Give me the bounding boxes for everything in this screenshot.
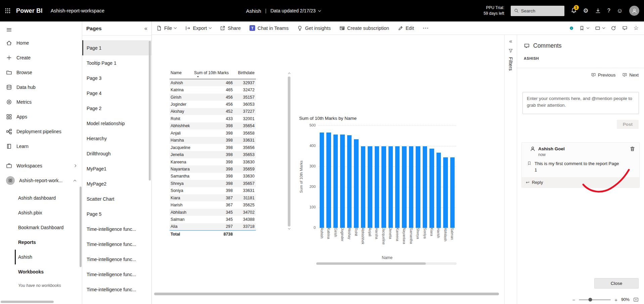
expand-filters-icon[interactable]: «	[509, 38, 512, 44]
delete-comment-icon[interactable]	[630, 146, 635, 152]
settings-gear-icon[interactable]: ⚙	[583, 8, 589, 14]
table-row[interactable]: Alia29733718	[170, 223, 256, 230]
zoom-out-button[interactable]: −	[572, 297, 575, 302]
table-row[interactable]: Nayantara39835659	[170, 165, 256, 172]
table-row[interactable]: Girish45635157	[170, 94, 256, 101]
sidebar-item-browse[interactable]: Browse	[0, 65, 82, 80]
sidebar-item-create[interactable]: Create	[0, 50, 82, 65]
table-row[interactable]: Akshay45237227	[170, 108, 256, 115]
table-row[interactable]: Harsha39833631	[170, 137, 256, 144]
page-item-13[interactable]: Time-intelligence func...	[82, 221, 151, 237]
zoom-in-button[interactable]: +	[614, 297, 617, 302]
bar-jacqueline[interactable]	[381, 146, 386, 228]
bar-joginder[interactable]	[340, 135, 344, 228]
sidebar-item-deployment-pipelines[interactable]: Deployment pipelines	[0, 124, 82, 139]
table-row[interactable]: Harish36735625	[170, 201, 256, 208]
sidebar-section-reports[interactable]: Reports	[15, 235, 82, 250]
filters-label[interactable]: Filters	[508, 57, 513, 71]
bar-shreya[interactable]	[416, 146, 420, 228]
bar-anjali[interactable]	[368, 146, 372, 228]
table-row[interactable]: Anjali39835658	[170, 130, 256, 137]
left-nav-scrollbar[interactable]	[80, 187, 82, 267]
bar-rohit[interactable]	[354, 139, 358, 228]
table-scrollbar[interactable]	[287, 70, 291, 230]
sidebar-item-bookmark-dashboard[interactable]: Bookmark Dashboard	[15, 220, 82, 235]
chart-scrollbar[interactable]	[316, 262, 457, 265]
column-header-marks[interactable]: Sum of 10th Marks ▼	[194, 70, 234, 78]
bar-kiara[interactable]	[429, 149, 434, 228]
table-row[interactable]: Samantha39833630	[170, 173, 256, 180]
page-item-16[interactable]: Time-intelligence func...	[82, 267, 151, 282]
zoom-slider-thumb[interactable]	[589, 298, 592, 302]
get-insights-button[interactable]: Get insights	[297, 26, 331, 31]
bar-soniya[interactable]	[423, 146, 427, 228]
app-launcher-icon[interactable]	[5, 8, 11, 14]
page-item-17[interactable]: Time-intelligence func...	[82, 282, 151, 297]
page-item-1[interactable]: Page 1	[82, 40, 151, 55]
sidebar-item-home[interactable]: Home	[0, 36, 82, 50]
table-row[interactable]: Joginder45636053	[170, 101, 256, 108]
bar-akshay[interactable]	[347, 135, 352, 228]
zoom-slider[interactable]	[579, 299, 611, 300]
page-item-2[interactable]: Tooltip Page 1	[82, 55, 151, 70]
scroll-down-icon[interactable]	[288, 227, 290, 230]
scrollbar-thumb[interactable]	[288, 77, 290, 226]
page-item-3[interactable]: Page 3	[82, 70, 151, 86]
collapse-pages-icon[interactable]: «	[144, 26, 147, 32]
table-row[interactable]: Shreya39835657	[170, 180, 256, 187]
table-row[interactable]: Kareena39833630	[170, 158, 256, 165]
next-comment-button[interactable]: Next	[622, 72, 639, 78]
bar-nayantara[interactable]	[402, 146, 406, 228]
page-item-11[interactable]: Scatter Chart	[82, 191, 151, 206]
search-input[interactable]: Search	[511, 6, 564, 16]
export-menu[interactable]: Export	[185, 26, 211, 31]
bookmarks-button[interactable]	[579, 26, 589, 31]
bar-abhishhek[interactable]	[361, 146, 365, 228]
page-item-5[interactable]: Page 2	[82, 101, 151, 116]
reply-button[interactable]: ↩ Reply	[522, 177, 639, 187]
table-row[interactable]: Jacqueline39835656	[170, 144, 256, 151]
sidebar-item-apps[interactable]: Apps	[0, 109, 82, 124]
bar-abhilash[interactable]	[443, 157, 448, 228]
page-item-15[interactable]: Time-intelligence func...	[82, 252, 151, 267]
page-item-14[interactable]: Time-intelligence func...	[82, 237, 151, 252]
page-item-10[interactable]: MyPage2	[82, 176, 151, 191]
page-item-9[interactable]: MyPage1	[82, 161, 151, 176]
post-button[interactable]: Post	[617, 120, 639, 129]
download-icon[interactable]	[595, 8, 601, 14]
nav-collapse-button[interactable]	[0, 24, 82, 36]
bar-salman[interactable]	[450, 157, 455, 228]
scroll-up-icon[interactable]	[288, 72, 290, 75]
bar-kareena[interactable]	[395, 146, 400, 228]
bar-harish[interactable]	[436, 153, 441, 228]
sidebar-item-workspaces[interactable]: Workspaces	[0, 158, 82, 173]
page-item-12[interactable]: Page 5	[82, 206, 151, 221]
filters-pane-collapsed[interactable]: « Filters	[504, 35, 517, 304]
notifications-button[interactable]: 1	[571, 7, 577, 14]
table-row[interactable]: Katrina46532472	[170, 86, 256, 93]
canvas-horizontal-scrollbar[interactable]	[154, 293, 499, 295]
sidebar-item-data-hub[interactable]: Data hub	[0, 80, 82, 95]
bar-girish[interactable]	[333, 135, 338, 228]
data-updated-dropdown[interactable]: Data updated 2/17/23	[270, 8, 321, 13]
comment-input[interactable]	[522, 92, 639, 114]
page-item-8[interactable]: Drillthrough	[82, 146, 151, 161]
table-row[interactable]: Soniya39833631	[170, 187, 256, 194]
favorite-star-icon[interactable]: ☆	[634, 25, 639, 31]
column-header-name[interactable]: Name	[170, 70, 194, 78]
scrollbar-thumb[interactable]	[316, 262, 426, 265]
sidebar-item-ashish-pbix[interactable]: Ashish.pbix	[15, 205, 82, 220]
more-options-button[interactable]: ⋯	[423, 24, 429, 32]
table-row[interactable]: Jenelia39835653	[170, 151, 256, 158]
teams-presence-icon[interactable]	[570, 27, 573, 30]
sidebar-item-metrics[interactable]: Metrics	[0, 95, 82, 109]
sidebar-section-workbooks[interactable]: Workbooks	[15, 264, 82, 279]
table-row[interactable]: Ashish46632937	[170, 79, 256, 86]
view-button[interactable]	[595, 26, 605, 31]
sidebar-item-current-workspace[interactable]: Ashish-report-work...	[0, 173, 82, 188]
previous-comment-button[interactable]: Previous	[591, 72, 616, 78]
breadcrumb-workspace-name[interactable]: Ashish-report-workspace	[51, 8, 104, 13]
account-avatar[interactable]	[629, 6, 639, 16]
bar-katrina[interactable]	[326, 133, 331, 228]
bar-samantha[interactable]	[409, 146, 413, 228]
